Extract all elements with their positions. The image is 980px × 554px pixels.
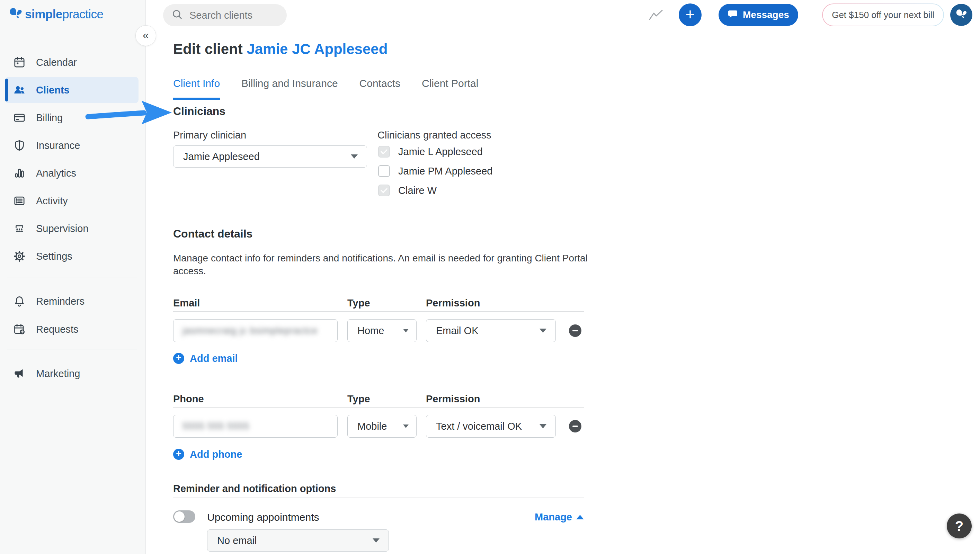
- tab-billing-and-insurance[interactable]: Billing and Insurance: [241, 78, 338, 100]
- check-icon: [380, 147, 388, 154]
- plus-circle-icon: +: [173, 353, 184, 364]
- email-type-value: Home: [357, 325, 384, 337]
- butterfly-avatar-icon: [955, 8, 967, 22]
- plus-icon: +: [686, 5, 695, 24]
- email-value-blurred: jasmnecraig jc bsimplepractce: [183, 325, 318, 336]
- shield-icon: [13, 139, 25, 152]
- chevron-down-icon: [539, 424, 546, 428]
- granted-access-label: Clinicians granted access: [377, 129, 492, 141]
- sidebar-item-reminders[interactable]: Reminders: [5, 287, 138, 315]
- account-avatar[interactable]: [950, 4, 972, 26]
- type-column-header: Type: [347, 298, 370, 309]
- phone-input[interactable]: 5555 555 5555: [173, 415, 337, 438]
- sidebar-item-label: Clients: [36, 84, 70, 96]
- clinician-access-name: Jamie PM Appleseed: [398, 166, 492, 177]
- search-icon: [172, 9, 183, 22]
- sidebar-item-supervision[interactable]: Supervision: [5, 215, 138, 242]
- clinician-access-row: Claire W: [378, 181, 437, 199]
- remove-phone-button[interactable]: [569, 420, 581, 433]
- manage-label: Manage: [535, 511, 572, 523]
- primary-clinician-label: Primary clinician: [173, 129, 246, 141]
- checkbox-checked-disabled: [378, 146, 390, 158]
- contact-details-heading: Contact details: [173, 228, 253, 240]
- client-search: [163, 4, 287, 26]
- clinician-access-name: Jamie L Appleseed: [398, 146, 483, 158]
- app-window: simplepractice Calendar: [0, 0, 980, 554]
- sidebar-divider: [7, 349, 137, 349]
- checkbox-unchecked[interactable]: [378, 165, 390, 177]
- sidebar-item-label: Billing: [36, 112, 63, 124]
- tab-bar: Client Info Billing and Insurance Contac…: [173, 78, 478, 100]
- client-name: Jamie JC Appleseed: [247, 41, 388, 57]
- appointment-email-value: No email: [217, 535, 256, 546]
- sidebar-item-settings[interactable]: Settings: [5, 242, 138, 270]
- check-icon: [380, 186, 388, 193]
- appointment-email-select[interactable]: No email: [207, 529, 389, 552]
- page-title-prefix: Edit client: [173, 41, 243, 57]
- phone-header-underline: [173, 407, 584, 408]
- clinician-access-name: Claire W: [398, 185, 437, 196]
- sidebar-item-analytics[interactable]: Analytics: [5, 159, 138, 187]
- add-email-button[interactable]: + Add email: [173, 350, 238, 366]
- tab-client-portal[interactable]: Client Portal: [422, 78, 478, 100]
- reminder-options-heading: Reminder and notification options: [173, 483, 336, 494]
- trending-icon[interactable]: [649, 10, 663, 22]
- promo-button[interactable]: Get $150 off your next bill: [822, 3, 944, 26]
- add-phone-label: Add phone: [190, 449, 242, 460]
- sidebar-item-label: Insurance: [36, 140, 80, 151]
- question-mark-icon: ?: [955, 518, 963, 534]
- sidebar-item-billing[interactable]: Billing: [5, 104, 138, 132]
- messages-button[interactable]: Messages: [719, 4, 798, 26]
- email-header-underline: [173, 311, 584, 312]
- promo-label: Get $150 off your next bill: [832, 10, 934, 21]
- checkbox-checked-disabled: [378, 185, 390, 196]
- phone-value-blurred: 5555 555 5555: [183, 421, 249, 432]
- email-column-header: Email: [173, 298, 200, 309]
- gear-icon: [13, 250, 25, 263]
- chevron-down-icon: [539, 329, 546, 333]
- chevron-down-icon: [403, 329, 409, 333]
- contact-details-description: Manage contact info for reminders and no…: [173, 252, 590, 277]
- upcoming-appointments-toggle[interactable]: [173, 510, 195, 523]
- type-column-header: Type: [347, 393, 370, 405]
- calendar-plus-icon: [13, 323, 25, 336]
- sidebar-item-requests[interactable]: Requests: [5, 315, 138, 343]
- email-permission-select[interactable]: Email OK: [426, 319, 556, 342]
- clinician-access-row: Jamie L Appleseed: [378, 143, 483, 161]
- sidebar-item-insurance[interactable]: Insurance: [5, 132, 138, 159]
- sidebar-item-activity[interactable]: Activity: [5, 187, 138, 215]
- logo-wordmark: simplepractice: [25, 7, 103, 21]
- create-new-button[interactable]: +: [679, 3, 702, 26]
- sidebar-item-marketing[interactable]: Marketing: [5, 360, 138, 387]
- bar-chart-icon: [13, 167, 25, 179]
- manage-link[interactable]: Manage: [535, 511, 584, 523]
- phone-column-header: Phone: [173, 393, 204, 405]
- list-icon: [13, 194, 25, 207]
- reminder-heading-underline: [173, 498, 584, 498]
- tab-contacts[interactable]: Contacts: [360, 78, 400, 100]
- plus-circle-icon: +: [173, 449, 184, 460]
- permission-column-header: Permission: [426, 298, 480, 309]
- phone-type-select[interactable]: Mobile: [347, 415, 417, 438]
- remove-email-button[interactable]: [569, 325, 581, 337]
- clinicians-heading: Clinicians: [173, 105, 226, 118]
- email-input[interactable]: jasmnecraig jc bsimplepractce: [173, 319, 337, 342]
- email-type-select[interactable]: Home: [347, 319, 417, 342]
- chevron-down-icon: [372, 538, 380, 543]
- phone-type-value: Mobile: [357, 421, 387, 432]
- messages-label: Messages: [743, 10, 789, 21]
- phone-permission-select[interactable]: Text / voicemail OK: [426, 415, 556, 438]
- add-phone-button[interactable]: + Add phone: [173, 446, 242, 462]
- sidebar-collapse-button[interactable]: «: [135, 25, 156, 46]
- tab-client-info[interactable]: Client Info: [173, 78, 220, 100]
- sidebar: simplepractice Calendar: [0, 0, 146, 554]
- megaphone-icon: [13, 368, 25, 380]
- email-permission-value: Email OK: [436, 325, 478, 337]
- primary-clinician-select[interactable]: Jamie Appleseed: [173, 145, 367, 167]
- sidebar-item-label: Supervision: [36, 223, 89, 234]
- sidebar-item-clients[interactable]: Clients: [5, 77, 138, 103]
- upcoming-appointments-label: Upcoming appointments: [207, 511, 319, 523]
- search-input[interactable]: [189, 10, 280, 21]
- sidebar-item-calendar[interactable]: Calendar: [5, 48, 138, 76]
- help-button[interactable]: ?: [947, 514, 972, 538]
